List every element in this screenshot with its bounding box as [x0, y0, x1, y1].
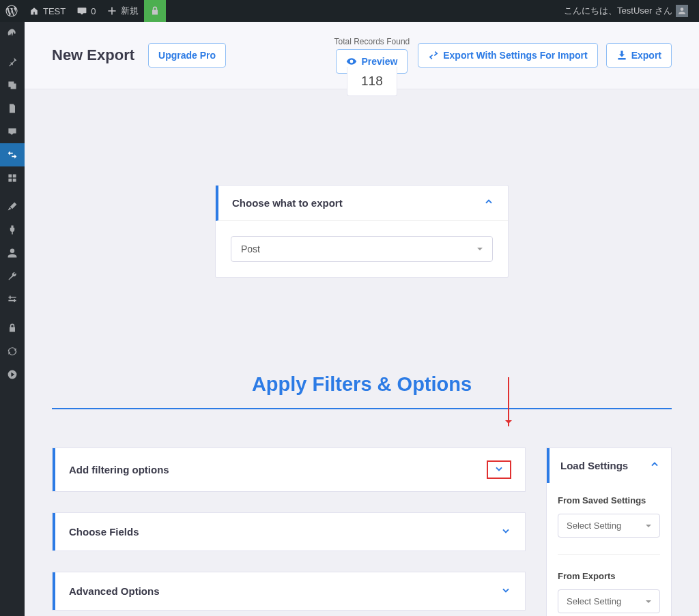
exports-select[interactable]: Select Setting: [558, 589, 660, 613]
choose-what-title: Choose what to export: [232, 197, 343, 209]
site-name-link[interactable]: TEST: [23, 0, 71, 22]
chevron-up-icon: [649, 459, 660, 472]
sidebar-pages[interactable]: [0, 97, 25, 120]
lock-indicator[interactable]: [144, 0, 166, 22]
annotation-arrow: [508, 377, 509, 426]
load-settings-title: Load Settings: [560, 460, 628, 471]
greeting-text: こんにちは、TestUser さん: [564, 5, 672, 17]
advanced-options-panel: Advanced Options: [52, 572, 526, 611]
export-settings-label: Export With Settings For Import: [443, 50, 587, 61]
filtering-panel: Add filtering options: [52, 448, 526, 492]
sidebar-play[interactable]: [0, 363, 25, 386]
page-icon: [7, 103, 18, 114]
main-content: New Export Upgrade Pro Total Records Fou…: [25, 22, 699, 616]
page-title: New Export: [52, 46, 134, 64]
new-label: 新規: [121, 5, 139, 17]
sidebar-dashboard[interactable]: [0, 22, 25, 45]
preview-label: Preview: [361, 56, 397, 67]
saved-settings-value: Select Setting: [567, 520, 621, 531]
dropdown-caret-icon: [646, 525, 651, 530]
media-icon: [7, 80, 18, 91]
wp-admin-bar: TEST 0 新規 こんにちは、TestUser さん: [0, 0, 699, 22]
export-button[interactable]: Export: [606, 43, 672, 68]
from-saved-label: From Saved Settings: [558, 495, 660, 505]
load-settings-header[interactable]: Load Settings: [547, 448, 671, 483]
export-type-value: Post: [241, 244, 260, 254]
plus-icon: [106, 5, 117, 16]
records-count: 118: [347, 67, 397, 96]
lock-icon: [7, 323, 18, 334]
sidebar-settings[interactable]: [0, 288, 25, 311]
upgrade-pro-button[interactable]: Upgrade Pro: [148, 43, 226, 68]
comment-icon: [7, 126, 18, 137]
lock-icon: [149, 5, 160, 16]
user-icon: [7, 248, 18, 259]
pin-icon: [7, 57, 18, 68]
advanced-options-title: Advanced Options: [69, 585, 160, 597]
comments-icon: [76, 5, 87, 16]
eye-icon: [346, 56, 357, 67]
choose-fields-panel: Choose Fields: [52, 512, 526, 551]
export-with-settings-button[interactable]: Export With Settings For Import: [418, 43, 597, 68]
filtering-panel-header[interactable]: Add filtering options: [53, 448, 525, 491]
choose-fields-title: Choose Fields: [69, 526, 139, 538]
divider: [558, 554, 660, 555]
filtering-panel-title: Add filtering options: [69, 464, 169, 475]
plug-icon: [7, 224, 18, 235]
chevron-down-icon: [500, 525, 511, 538]
from-exports-label: From Exports: [558, 571, 660, 581]
wordpress-icon: [5, 5, 18, 17]
site-name-text: TEST: [43, 6, 66, 16]
records-label: Total Records Found: [334, 37, 410, 46]
brush-icon: [7, 201, 18, 212]
sidebar-sync[interactable]: [0, 340, 25, 363]
export-label: Export: [631, 50, 661, 61]
chevron-down-icon: [500, 585, 511, 598]
sidebar-lock[interactable]: [0, 317, 25, 340]
chevron-down-highlighted[interactable]: [487, 460, 511, 479]
sidebar-plugins[interactable]: [0, 218, 25, 241]
dropdown-caret-icon: [646, 600, 651, 606]
load-settings-panel: Load Settings From Saved Settings Select…: [546, 448, 672, 616]
sliders-icon: [7, 294, 18, 305]
dashboard-icon: [7, 28, 18, 39]
home-icon: [29, 5, 40, 16]
admin-sidebar: [0, 22, 25, 616]
advanced-options-header[interactable]: Advanced Options: [53, 572, 525, 610]
sidebar-tools[interactable]: [0, 265, 25, 288]
export-type-select[interactable]: Post: [231, 236, 493, 262]
sidebar-comments[interactable]: [0, 120, 25, 143]
sidebar-media[interactable]: [0, 74, 25, 97]
chevron-up-icon: [483, 196, 494, 209]
records-indicator: Total Records Found Preview 118: [334, 37, 410, 74]
arrows-icon: [7, 149, 18, 160]
choose-what-header[interactable]: Choose what to export: [216, 186, 508, 221]
filters-section-title: Apply Filters & Options: [52, 373, 672, 396]
choose-fields-header[interactable]: Choose Fields: [53, 513, 525, 551]
wrench-icon: [7, 271, 18, 282]
saved-settings-select[interactable]: Select Setting: [558, 514, 660, 538]
exports-select-value: Select Setting: [567, 596, 621, 606]
new-link[interactable]: 新規: [101, 0, 144, 22]
sidebar-appearance[interactable]: [0, 195, 25, 218]
dropdown-caret-icon: [477, 248, 483, 253]
play-icon: [7, 369, 18, 380]
comments-count: 0: [91, 6, 96, 16]
grid-icon: [7, 173, 18, 184]
sidebar-users[interactable]: [0, 241, 25, 265]
sidebar-export[interactable]: [0, 143, 25, 166]
comments-link[interactable]: 0: [71, 0, 101, 22]
page-header: New Export Upgrade Pro Total Records Fou…: [25, 22, 699, 89]
user-greeting[interactable]: こんにちは、TestUser さん: [558, 0, 694, 22]
export-icon: [616, 50, 627, 61]
sync-icon: [7, 346, 18, 357]
section-divider: [52, 408, 672, 409]
sidebar-posts[interactable]: [0, 50, 25, 74]
choose-what-card: Choose what to export Post: [215, 185, 509, 278]
swap-icon: [428, 50, 439, 61]
sidebar-blocks[interactable]: [0, 166, 25, 190]
wp-logo[interactable]: [0, 0, 23, 22]
user-icon: [678, 7, 686, 15]
avatar: [676, 5, 688, 17]
